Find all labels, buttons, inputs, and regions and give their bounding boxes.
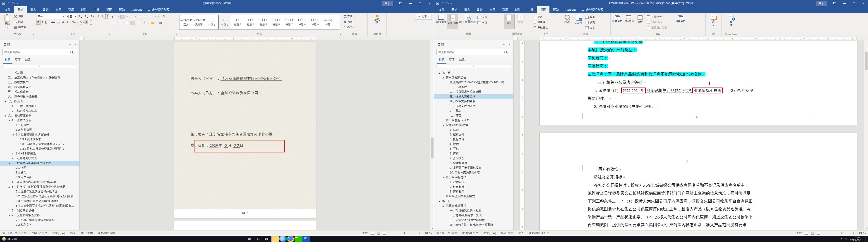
expand-icon[interactable]: ◢ bbox=[442, 125, 446, 126]
nav-heading-item[interactable]: 一、 投标函 bbox=[0, 71, 80, 75]
expand-icon[interactable]: ◢ bbox=[8, 186, 12, 188]
nav-heading-item[interactable]: ◢投标人须知前附表 bbox=[434, 123, 514, 128]
nav-heading-item[interactable]: 六、开标 bbox=[434, 109, 514, 113]
expand-icon[interactable]: ◢ bbox=[12, 134, 16, 136]
ribbon-tab[interactable]: 布局 bbox=[52, 6, 65, 13]
subscript-button[interactable]: x₂ bbox=[56, 20, 60, 25]
nav-heading-item[interactable]: ◢7、 其他资格审查资料 bbox=[0, 213, 80, 218]
nav-tab[interactable]: 标题 bbox=[3, 57, 12, 64]
copy-button[interactable]: 复制 bbox=[13, 20, 27, 24]
zoom-100-button[interactable]: 100% bbox=[573, 14, 584, 29]
nav-tab[interactable]: 标题 bbox=[437, 57, 446, 64]
nav-jump-up-button[interactable]: ▲ bbox=[436, 65, 511, 68]
show-checkbox[interactable]: 导航窗格 bbox=[533, 25, 559, 30]
status-segment[interactable]: 中文(中国) bbox=[52, 231, 65, 235]
nav-heading-item[interactable]: 3. 投标文件 bbox=[434, 137, 514, 142]
show-hide-marks-button[interactable]: ¶ bbox=[162, 14, 166, 20]
nav-heading-item[interactable]: 三、 授权委托书 bbox=[0, 80, 80, 85]
nav-heading-item[interactable]: ◢第三章 评标办法 bbox=[434, 175, 514, 180]
chevron-down-icon[interactable]: ▾ bbox=[503, 43, 505, 46]
ribbon-tab[interactable]: 文件 bbox=[1, 6, 14, 13]
save-icon[interactable] bbox=[2, 2, 5, 4]
nav-heading-item[interactable]: 七、其它 bbox=[434, 113, 514, 118]
ribbon-tab[interactable]: 引用 bbox=[65, 6, 78, 13]
nav-heading-item[interactable]: 3. 评标程序 bbox=[434, 189, 514, 194]
ribbon-tab[interactable]: 邮件 bbox=[512, 6, 524, 13]
nav-heading-item[interactable]: 4、 正在供货和新承接的项目情况表 bbox=[0, 180, 80, 184]
shading-button[interactable] bbox=[150, 21, 154, 25]
nav-heading-item[interactable]: ◢1、 基本情况表 bbox=[0, 118, 80, 123]
style-gallery-item[interactable]: 一、标题 1 bbox=[205, 15, 218, 29]
enclose-characters-button[interactable]: 文 bbox=[89, 20, 93, 25]
dialog-launcher-icon[interactable]: ◢ bbox=[176, 33, 177, 35]
nav-heading-item[interactable]: 7.2 权利义务 bbox=[0, 222, 80, 227]
search-input[interactable] bbox=[4, 51, 69, 54]
read-mode-icon[interactable] bbox=[805, 232, 808, 235]
ribbon-display-options-icon[interactable] bbox=[396, 0, 405, 6]
page-width-button[interactable]: 页宽 bbox=[584, 26, 596, 30]
multilevel-list-button[interactable] bbox=[129, 15, 133, 19]
nav-heading-item[interactable]: 5.2 “国家企业信用信息公示系统”网站查询截图 bbox=[0, 194, 80, 199]
superscript-button[interactable]: x² bbox=[61, 20, 65, 25]
nav-heading-item[interactable]: 3.3 用户评价 bbox=[0, 175, 80, 180]
sort-button[interactable]: A↓ bbox=[157, 15, 161, 19]
print-layout-icon[interactable] bbox=[377, 232, 380, 235]
taskbar-app-icon[interactable] bbox=[272, 236, 279, 242]
nav-heading-item[interactable]: ◢第一章 招标公告 bbox=[434, 75, 514, 80]
nav-heading-item[interactable]: 5.1 近三年发生的诉讼和仲裁情况 bbox=[0, 189, 80, 194]
zoom-slider[interactable] bbox=[393, 233, 416, 233]
ribbon-tab[interactable]: 设计 bbox=[473, 6, 486, 13]
switch-windows-button[interactable]: 切换窗口▾ bbox=[674, 14, 688, 29]
nav-heading-item[interactable]: ▷1.4 HSE管理能力 bbox=[0, 151, 80, 156]
ribbon-tab[interactable]: 文件 bbox=[435, 6, 448, 13]
expand-icon[interactable]: ◢ bbox=[442, 77, 446, 79]
expand-icon[interactable]: ◢ bbox=[438, 200, 442, 202]
cut-button[interactable]: 剪切 bbox=[13, 14, 27, 19]
notification-center-button[interactable] bbox=[866, 236, 867, 242]
nav-heading-item[interactable]: 5. 开标 bbox=[434, 146, 514, 151]
underline-button[interactable]: U bbox=[44, 20, 48, 25]
nav-jump-up-button[interactable]: ▲ bbox=[2, 65, 77, 68]
zoom-percentage[interactable]: 130% bbox=[857, 232, 866, 235]
dialog-launcher-icon[interactable]: ◢ bbox=[33, 33, 34, 35]
nav-heading-item[interactable]: 10. 需要补充的其他内容 bbox=[434, 170, 514, 175]
nav-heading-item[interactable]: 1.3.1 代理授权书 bbox=[0, 137, 80, 142]
expand-icon[interactable]: ◢ bbox=[442, 205, 446, 207]
nav-heading-item[interactable]: 一、项目概况及总体要求 bbox=[434, 208, 514, 213]
nav-search-box[interactable]: ▾ bbox=[2, 49, 77, 55]
nav-tab[interactable]: 页面 bbox=[13, 57, 23, 64]
nav-heading-item[interactable]: 4. 投标 bbox=[434, 142, 514, 146]
align-left-button[interactable] bbox=[112, 21, 117, 25]
status-segment[interactable]: 辅助功能: 不可用 bbox=[529, 231, 550, 235]
nav-heading-item[interactable]: 四、验收方法、标准/检验考核要求 bbox=[434, 222, 514, 227]
nav-heading-item[interactable]: 3.1 合同 bbox=[0, 166, 80, 170]
expand-icon[interactable]: ◢ bbox=[8, 215, 12, 216]
nav-heading-item[interactable]: ◢第二卷 bbox=[434, 199, 514, 204]
nav-tab[interactable]: 页面 bbox=[447, 57, 457, 64]
nav-heading-item[interactable]: 6、 制造商授权书 bbox=[0, 208, 80, 213]
status-segment[interactable]: 9/38631 个字 bbox=[462, 231, 478, 235]
nav-heading-item[interactable]: 8. 纪律和监督 bbox=[434, 161, 514, 166]
zoom-out-button[interactable]: − bbox=[823, 231, 825, 235]
properties-button[interactable]: 属性 bbox=[723, 14, 739, 29]
minimize-button[interactable]: — bbox=[405, 0, 415, 6]
nav-heading-item[interactable]: 四、招标文件的获取 bbox=[434, 99, 514, 104]
style-gallery-item[interactable]: 1.1.1.1标题 6 bbox=[270, 15, 283, 29]
vertical-scrollbar[interactable]: ▲ ▼ bbox=[864, 40, 868, 230]
zoom-in-button[interactable]: + bbox=[418, 231, 421, 235]
ribbon-tab[interactable]: 设计 bbox=[39, 6, 52, 13]
addins-button[interactable]: 加载项 bbox=[369, 14, 385, 29]
expand-icon[interactable]: ◢ bbox=[4, 101, 8, 102]
expand-icon[interactable]: ◢ bbox=[438, 72, 442, 74]
scrollbar-thumb[interactable] bbox=[431, 138, 434, 158]
close-button[interactable]: × bbox=[425, 0, 434, 6]
focus-mode-button[interactable]: 专注 bbox=[797, 231, 802, 235]
weather-widget[interactable]: 25°C 晴 bbox=[0, 236, 19, 242]
chevron-down-icon[interactable]: ▾ bbox=[69, 43, 71, 46]
status-segment[interactable]: 第 84 页，共 122 页 bbox=[2, 231, 27, 235]
nav-heading-item[interactable]: 五、投标文件的递交 bbox=[434, 104, 514, 109]
document-canvas[interactable]: 买受人（甲方）：辽河石油勘探局有限公司物资分公司 出卖人（乙方）：盘锦众诚物资有… bbox=[80, 40, 430, 230]
search-icon[interactable] bbox=[70, 51, 73, 54]
close-icon[interactable]: ✕ bbox=[74, 43, 76, 46]
nav-heading-item[interactable]: ◢八、 资格审查资料 bbox=[0, 113, 80, 118]
